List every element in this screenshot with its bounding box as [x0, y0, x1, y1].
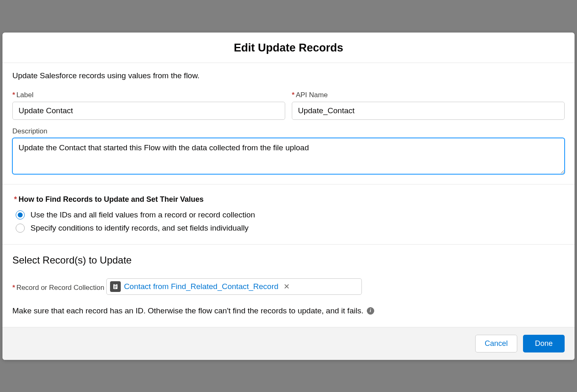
- clipboard-icon: [110, 281, 121, 292]
- section-find-records: How to Find Records to Update and Set Th…: [2, 184, 575, 245]
- description-field-label: Description: [12, 127, 565, 135]
- record-collection-label: Record or Record Collection: [12, 284, 104, 292]
- find-records-heading: How to Find Records to Update and Set Th…: [14, 195, 565, 204]
- modal-body: Update Salesforce records using values f…: [2, 63, 575, 327]
- pill-remove-icon[interactable]: ✕: [284, 282, 290, 291]
- select-records-heading: Select Record(s) to Update: [12, 254, 565, 266]
- done-button[interactable]: Done: [523, 335, 565, 352]
- svg-rect-2: [114, 286, 117, 286]
- label-field-label: Label: [12, 91, 285, 99]
- form-group-apiname: API Name: [292, 91, 565, 120]
- radio-circle-unselected-icon: [16, 224, 25, 233]
- cancel-button[interactable]: Cancel: [475, 335, 517, 352]
- record-pill: Contact from Find_Related_Contact_Record…: [110, 281, 290, 292]
- svg-rect-0: [113, 284, 117, 289]
- radio-dot-icon: [18, 212, 23, 217]
- radio-option-specify-conditions[interactable]: Specify conditions to identify records, …: [16, 224, 565, 233]
- intro-text: Update Salesforce records using values f…: [12, 71, 565, 80]
- label-input[interactable]: [12, 102, 285, 120]
- record-collection-input[interactable]: Contact from Find_Related_Contact_Record…: [106, 278, 362, 295]
- edit-update-records-modal: Edit Update Records Update Salesforce re…: [2, 33, 575, 360]
- radio-circle-selected-icon: [16, 210, 25, 219]
- modal-title: Edit Update Records: [12, 42, 565, 54]
- description-textarea[interactable]: [12, 138, 565, 174]
- radio-option-use-ids[interactable]: Use the IDs and all field values from a …: [16, 210, 565, 219]
- radio-label-use-ids: Use the IDs and all field values from a …: [30, 210, 255, 219]
- helper-text: Make sure that each record has an ID. Ot…: [12, 306, 364, 315]
- modal-header: Edit Update Records: [2, 33, 575, 63]
- find-records-radio-group: Use the IDs and all field values from a …: [14, 210, 565, 233]
- svg-rect-3: [114, 287, 117, 287]
- info-icon[interactable]: i: [367, 307, 374, 315]
- section-select-records: Select Record(s) to Update Record or Rec…: [2, 245, 575, 327]
- section-basic-info: Update Salesforce records using values f…: [2, 63, 575, 184]
- form-group-label: Label: [12, 91, 285, 120]
- form-group-description: Description: [12, 127, 565, 174]
- modal-footer: Cancel Done: [2, 327, 575, 360]
- apiname-input[interactable]: [292, 102, 565, 120]
- helper-text-row: Make sure that each record has an ID. Ot…: [12, 306, 565, 315]
- radio-label-specify-conditions: Specify conditions to identify records, …: [30, 224, 249, 233]
- apiname-field-label: API Name: [292, 91, 565, 99]
- form-row-label-api: Label API Name: [12, 91, 565, 120]
- svg-rect-1: [114, 284, 116, 285]
- pill-text: Contact from Find_Related_Contact_Record: [124, 282, 279, 291]
- svg-rect-4: [114, 288, 116, 288]
